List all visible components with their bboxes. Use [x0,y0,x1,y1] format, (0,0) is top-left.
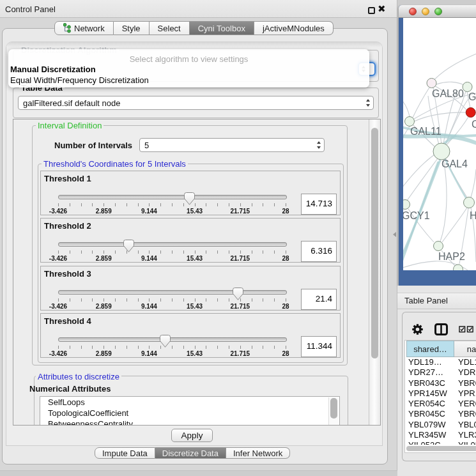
slider-tick [240,346,241,349]
cell-name: YLR345W [453,430,476,440]
column-checkboxes-icon[interactable] [459,326,475,334]
threshold-value-field[interactable]: 11.344 [301,336,337,357]
threshold-value-field[interactable]: 14.713 [301,194,337,215]
threshold-slider-track[interactable] [58,195,287,199]
number-of-intervals-label: Number of Intervals [54,141,132,150]
scrollbar-thumb[interactable] [371,128,378,358]
zoom-traffic-light[interactable] [434,8,442,15]
split-pane-handle[interactable] [393,232,396,237]
cell-shared-name: YDL19… [405,357,453,367]
network-node[interactable] [466,108,475,118]
table-row[interactable]: YDR27…YDR277C [405,367,476,378]
table-horizontal-scrollbar[interactable] [405,445,476,452]
control-panel-tabs: NetworkStyleSelectCyni ToolboxjActiveMNo… [54,21,334,35]
threshold-slider-thumb[interactable] [160,335,171,348]
table-toolbar [403,312,476,340]
cyni-mode-tabs: Impute DataDiscretize DataInfer Network [95,447,290,459]
table-row[interactable]: YBR045CYBR045C [405,409,476,419]
network-node[interactable] [405,117,415,127]
vertical-scrollbar[interactable] [369,119,381,425]
table-panel-titlebar: Table Panel [397,293,476,309]
tab-network[interactable]: Network [54,21,114,35]
network-node[interactable] [463,82,472,92]
threshold-slider-track[interactable] [58,242,287,247]
slider-tick [195,298,196,302]
slider-tick [240,250,241,254]
slider-tick [252,203,252,206]
tab-style[interactable]: Style [114,21,150,35]
algorithm-dropdown-popup: Select algorithm to view settings Manual… [8,49,369,88]
slider-tick [81,203,82,206]
table-data-value: galFiltered.sif default node [19,98,364,108]
slider-tick-label: 9.144 [141,255,157,262]
table-row[interactable]: YLR345WYLR345W [405,430,476,440]
table-hscrollbar-thumb[interactable] [406,446,476,451]
network-edge [431,42,476,83]
slider-tick [138,346,139,349]
algorithm-option-manual[interactable]: Manual Discretization [10,65,96,74]
slider-tick-label: 21.715 [231,350,250,357]
slider-tick [229,250,229,254]
network-icon [63,23,71,33]
table-data-combobox[interactable]: galFiltered.sif default node [18,96,374,110]
float-window-icon[interactable] [368,7,375,14]
threshold-slider-thumb[interactable] [233,288,243,300]
settings-scroll-area: Interval Definition Number of Intervals … [13,119,381,426]
slider-tick [58,250,59,254]
threshold-label: Threshold 1 [44,174,91,183]
apply-button[interactable]: Apply [171,429,213,442]
tab-discretize-data[interactable]: Discretize Data [155,447,226,459]
slider-tick [81,346,82,349]
column-header-shared-name[interactable]: shared… [406,341,454,357]
network-node[interactable] [427,79,436,88]
algorithm-placeholder-item[interactable]: Select algorithm to view settings [8,54,369,64]
threshold-slider-track[interactable] [58,337,287,342]
threshold-slider-thumb[interactable] [123,240,134,252]
threshold-value-field[interactable]: 21.4 [301,289,337,310]
table-row[interactable]: YPR145WYPR145W [405,388,476,399]
node-label: C [472,119,476,130]
threshold-label: Threshold 2 [44,221,91,231]
attributes-scrollbar[interactable] [328,397,339,426]
slider-tick [206,346,206,349]
network-canvas[interactable]: GAL80GACGAL11GAL4GCY1HHAP2 [403,18,476,270]
interval-definition-legend: Interval Definition [36,121,104,130]
network-node[interactable] [433,143,450,160]
numerical-attributes-list[interactable]: SelfLoopsTopologicalCoefficientBetweenne… [40,396,340,426]
column-header-name[interactable]: name [454,341,476,357]
apply-bar: Apply [6,426,382,445]
attribute-item[interactable]: TopologicalCoefficient [40,408,339,418]
minimize-traffic-light[interactable] [422,8,429,15]
table-row[interactable]: YBL079WYBL079W [405,420,476,430]
network-node[interactable] [403,200,410,210]
close-traffic-light[interactable] [409,8,417,15]
slider-tick [263,203,263,206]
tab-impute-data[interactable]: Impute Data [95,447,155,459]
tab-jactivemnodules[interactable]: jActiveMNodules [254,21,334,35]
tab-select[interactable]: Select [150,21,190,35]
table-rows: YDL19…YDL194WYDR27…YDR277CYBR043CYBR043C… [405,357,476,451]
combo-stepper-icon [364,96,373,109]
algorithm-option-equal-width[interactable]: Equal Width/Frequency Discretization [10,75,149,85]
network-node[interactable] [464,197,475,208]
number-of-intervals-combobox[interactable]: 5 [139,138,325,152]
attributes-scrollbar-thumb[interactable] [330,398,337,418]
table-row[interactable]: YBR043CYBR043C [405,378,476,388]
threshold-slider-thumb[interactable] [184,192,195,205]
table-row[interactable]: YDL19…YDL194W [405,357,476,367]
tab-infer-network[interactable]: Infer Network [226,447,290,459]
slider-tick [217,203,218,206]
threshold-slider-track[interactable] [58,290,287,295]
slider-tick [160,298,161,302]
slider-tick [252,250,252,254]
attribute-item[interactable]: BetweennessCentrality [40,418,339,426]
network-node[interactable] [434,242,443,251]
threshold-value-field[interactable]: 6.316 [301,241,337,262]
attribute-item[interactable]: SelfLoops [40,397,339,408]
close-icon[interactable]: ✖ [378,3,386,15]
gear-icon[interactable] [412,324,423,335]
tab-cyni-toolbox[interactable]: Cyni Toolbox [190,21,254,35]
tab-label: Style [122,24,141,33]
split-view-icon[interactable] [434,323,448,335]
table-row[interactable]: YER054CYER054C [405,399,476,409]
